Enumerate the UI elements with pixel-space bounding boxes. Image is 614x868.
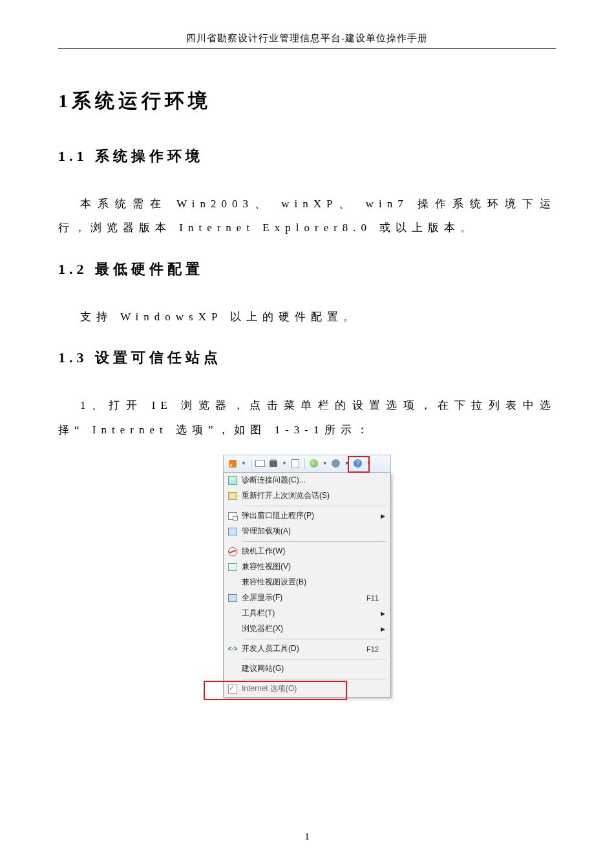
dev-tools-icon: <•>: [228, 645, 237, 652]
fullscreen-icon: [228, 594, 237, 602]
popup-blocker-icon: [228, 512, 237, 520]
page-number: 1: [0, 831, 614, 842]
menu-item-toolbars[interactable]: 工具栏(T) ▶: [224, 606, 390, 621]
rss-icon[interactable]: [228, 459, 238, 469]
menu-item-fullscreen[interactable]: 全屏显示(F) F11: [224, 590, 390, 606]
page-header: 四川省勘察设计行业管理信息平台-建设单位操作手册: [58, 32, 556, 49]
heading-1-3: 1.3 设置可信任站点: [58, 348, 556, 367]
mail-icon[interactable]: [255, 459, 266, 469]
menu-label: 诊断连接问题(C)...: [242, 475, 359, 486]
menu-label: 脱机工作(W): [242, 546, 359, 557]
ie-menu-figure: ▼ ▼ ▼ ▼ ? ▼ 诊断连接问题(C)... 重新打开上次浏览会话(S): [223, 455, 391, 700]
menu-label: 管理加载项(A): [242, 526, 359, 537]
menu-label: Internet 选项(O): [242, 683, 359, 694]
offline-icon: [228, 547, 237, 556]
menu-label: 工具栏(T): [242, 608, 359, 619]
page-icon[interactable]: [290, 459, 301, 469]
safety-icon[interactable]: [309, 459, 319, 469]
menu-label: 全屏显示(F): [242, 592, 359, 603]
dropdown-arrow-icon[interactable]: ▼: [366, 460, 372, 466]
menu-label: 弹出窗口阻止程序(P): [242, 510, 359, 521]
internet-options-icon: [228, 685, 237, 694]
dropdown-arrow-icon[interactable]: ▼: [282, 460, 287, 466]
menu-label: 兼容性视图(V): [242, 561, 359, 572]
menu-label: 建议网站(G): [242, 663, 359, 674]
paragraph-1-3: 1、打开 IE 浏览器，点击菜单栏的设置选项，在下拉列表中选择“ Interne…: [58, 393, 556, 442]
menu-label: 重新打开上次浏览会话(S): [242, 490, 359, 501]
addons-icon: [228, 528, 237, 535]
menu-shortcut: F12: [359, 645, 379, 653]
ie-tools-dropdown: 诊断连接问题(C)... 重新打开上次浏览会话(S) 弹出窗口阻止程序(P) ▶…: [223, 473, 391, 698]
heading-1-2: 1.2 最低硬件配置: [58, 260, 556, 279]
menu-item-work-offline[interactable]: 脱机工作(W): [224, 544, 390, 559]
reopen-session-icon: [228, 492, 237, 500]
menu-item-explorer-bars[interactable]: 浏览器栏(X) ▶: [224, 621, 390, 637]
menu-item-popup-blocker[interactable]: 弹出窗口阻止程序(P) ▶: [224, 508, 390, 524]
submenu-arrow-icon: ▶: [379, 513, 385, 519]
heading-1-1: 1.1 系统操作环境: [58, 147, 556, 166]
menu-shortcut: F11: [359, 594, 379, 602]
menu-item-diagnose[interactable]: 诊断连接问题(C)...: [224, 473, 390, 488]
paragraph-1-2: 支持 WindowsXP 以上的硬件配置。: [58, 305, 556, 329]
ie-toolbar: ▼ ▼ ▼ ▼ ? ▼: [223, 455, 391, 473]
dropdown-arrow-icon[interactable]: ▼: [241, 460, 246, 466]
heading-1: 1系统运行环境: [58, 88, 556, 114]
dropdown-arrow-icon[interactable]: ▼: [344, 460, 350, 466]
print-icon[interactable]: [268, 459, 279, 469]
menu-item-suggested-sites[interactable]: 建议网站(G): [224, 661, 390, 677]
paragraph-1-1: 本系统需在 Win2003、 winXP、 win7 操作系统环境下运行，浏览器…: [58, 192, 556, 240]
tools-gear-icon[interactable]: [331, 459, 341, 469]
menu-item-compat-settings[interactable]: 兼容性视图设置(B): [224, 575, 390, 590]
menu-item-developer-tools[interactable]: <•> 开发人员工具(D) F12: [224, 641, 390, 657]
menu-item-compat-view[interactable]: 兼容性视图(V): [224, 559, 390, 575]
submenu-arrow-icon: ▶: [379, 626, 385, 632]
menu-label: 开发人员工具(D): [242, 643, 359, 654]
menu-item-reopen-session[interactable]: 重新打开上次浏览会话(S): [224, 488, 390, 504]
compat-view-icon: [228, 563, 237, 571]
menu-item-internet-options[interactable]: Internet 选项(O): [224, 681, 390, 697]
diagnose-icon: [228, 476, 237, 485]
menu-label: 兼容性视图设置(B): [242, 577, 359, 588]
help-icon[interactable]: ?: [353, 459, 363, 469]
menu-item-manage-addons[interactable]: 管理加载项(A): [224, 524, 390, 539]
submenu-arrow-icon: ▶: [379, 610, 385, 617]
menu-label: 浏览器栏(X): [242, 623, 359, 634]
dropdown-arrow-icon[interactable]: ▼: [323, 460, 328, 466]
